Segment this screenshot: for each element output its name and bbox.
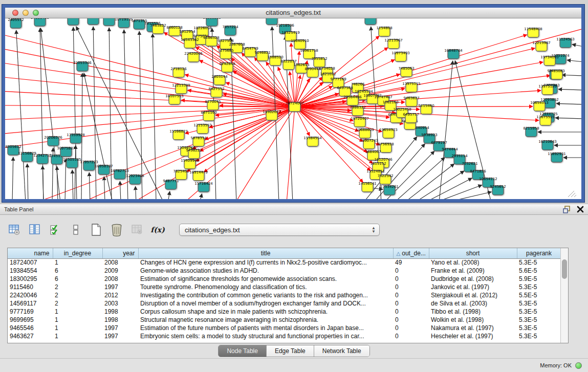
network-node[interactable]: 7857224 [222,25,238,35]
network-node[interactable]: 11124563 [556,37,575,48]
network-node[interactable]: 18720407 [351,117,369,127]
create-column-button[interactable] [89,223,103,237]
network-edge[interactable] [57,166,58,199]
network-edge[interactable] [204,107,295,172]
network-edge[interactable] [439,61,453,199]
network-edge[interactable] [89,172,90,199]
tab-network-table[interactable]: Network Table [314,345,369,357]
network-node[interactable]: 9245652 [490,185,506,195]
network-node[interactable]: 15384554 [303,136,322,146]
network-node[interactable]: 8170045 [205,100,221,110]
network-edge[interactable] [153,34,156,199]
table-vertical-scrollbar[interactable] [560,248,568,343]
table-row[interactable]: 946362711997Embryonic stem cells: a mode… [8,332,561,340]
network-node[interactable]: 7955812 [311,57,327,67]
row-height-button[interactable] [69,223,83,237]
network-node[interactable]: 16914479 [189,170,208,181]
canvas-resize-grip[interactable] [568,191,576,197]
network-node[interactable]: 8990448 [304,67,320,77]
delete-table-button[interactable] [130,223,144,237]
network-node[interactable]: 12213389 [172,83,190,94]
table-row[interactable]: 911546021997Tourette syndrome. Phenomeno… [8,283,561,291]
network-node[interactable]: 8215958 [523,126,539,137]
network-node[interactable]: 6495757 [403,113,419,123]
network-node[interactable]: 5878334 [190,136,207,146]
network-node[interactable]: 2718126 [170,67,187,77]
network-node[interactable]: 1154808 [376,26,392,36]
network-node[interactable]: 7485063 [398,67,414,77]
network-node[interactable]: 7463822 [150,24,166,34]
select-rows-button[interactable] [48,223,62,237]
table-select-dropdown[interactable]: citations_edges.txt ▲▼ [179,224,380,236]
network-node[interactable]: 1527602 [85,18,101,25]
network-canvas[interactable]: 2405572276914061065528715276026466160107… [5,18,581,199]
network-node[interactable]: 9487771 [163,179,179,189]
network-edge[interactable] [567,60,581,62]
network-edge[interactable] [136,186,136,199]
network-node[interactable]: 15716424 [194,182,213,192]
column-header-pagerank[interactable]: pagerank [517,248,561,258]
table-row[interactable]: 977716911998Corpus callosum shape and si… [8,308,561,316]
network-edge[interactable] [5,107,295,120]
network-node[interactable]: 7522342 [377,174,393,184]
table-row[interactable]: 969969511998Structural magnetic resonanc… [8,316,561,324]
network-node[interactable]: 16033809 [203,18,221,26]
network-node[interactable]: 2405572 [8,18,24,28]
close-panel-icon[interactable] [577,206,584,213]
network-edge[interactable] [12,157,13,199]
tab-node-table[interactable]: Node Table [219,345,267,357]
network-edge[interactable] [5,107,295,134]
table-row[interactable]: 1830029562008Estimation of significance … [8,275,561,283]
network-node[interactable]: 7986322 [350,105,365,116]
network-node[interactable]: 7485083 [549,69,564,79]
network-node[interactable]: 19654923 [379,128,398,138]
float-panel-icon[interactable] [563,206,571,213]
network-node[interactable]: 16107553 [165,94,184,104]
table-row[interactable]: 1938455462009Genome-wide association stu… [8,267,561,275]
network-edge[interactable] [120,181,121,199]
network-node[interactable]: 8671100 [201,111,216,121]
network-edge[interactable] [572,45,581,47]
tab-edge-table[interactable]: Edge Table [267,345,314,357]
table-row[interactable]: 1456911722003Disruption of a novel membe… [8,299,561,308]
network-edge[interactable] [65,159,66,199]
close-window-icon[interactable] [12,10,18,16]
network-node[interactable]: 15166827 [169,129,188,140]
network-node[interactable]: 3175685 [217,49,233,59]
network-node[interactable]: 2803144 [211,75,228,85]
table-settings-button[interactable] [7,223,21,237]
network-node[interactable]: 8186328 [203,36,219,46]
network-edge[interactable] [562,75,581,76]
network-node[interactable]: 15409948 [181,159,199,169]
network-edge[interactable] [72,170,73,199]
network-node[interactable]: 15892931 [548,152,566,162]
network-edge[interactable] [555,118,581,119]
network-edge[interactable] [558,89,581,90]
network-edge[interactable] [75,145,76,199]
network-node[interactable]: 12923468 [126,174,144,184]
network-node[interactable]: 10719135 [115,18,133,28]
network-node[interactable]: 18907243 [360,139,378,149]
network-edge[interactable] [16,30,26,199]
network-edge[interactable] [295,29,581,107]
column-header-out_de[interactable]: △out_de... [393,248,429,258]
network-edge[interactable] [27,164,28,199]
network-edge[interactable] [435,185,482,199]
scrollbar-thumb[interactable] [562,259,567,279]
network-node[interactable]: 12213967 [384,38,403,49]
table-row[interactable]: 1872400712008Changes of HCN gene express… [8,258,561,267]
network-node[interactable]: 14156141 [358,182,377,192]
network-node[interactable]: 16210643 [538,140,557,150]
network-edge[interactable] [104,177,105,199]
network-node[interactable]: 15640910 [291,39,309,49]
show-column-button[interactable] [28,223,42,237]
column-header-in_degree[interactable]: in_degree [53,248,102,258]
network-node[interactable]: 27691406 [31,18,49,26]
network-node[interactable]: 9242848 [219,62,235,72]
column-header-short[interactable]: short [429,248,517,258]
network-node[interactable]: 9498222 [186,148,202,159]
network-node[interactable]: 7625402 [173,169,189,180]
network-edge[interactable] [40,28,60,199]
network-edge[interactable] [200,194,202,199]
network-node[interactable]: 17534261 [380,185,399,195]
